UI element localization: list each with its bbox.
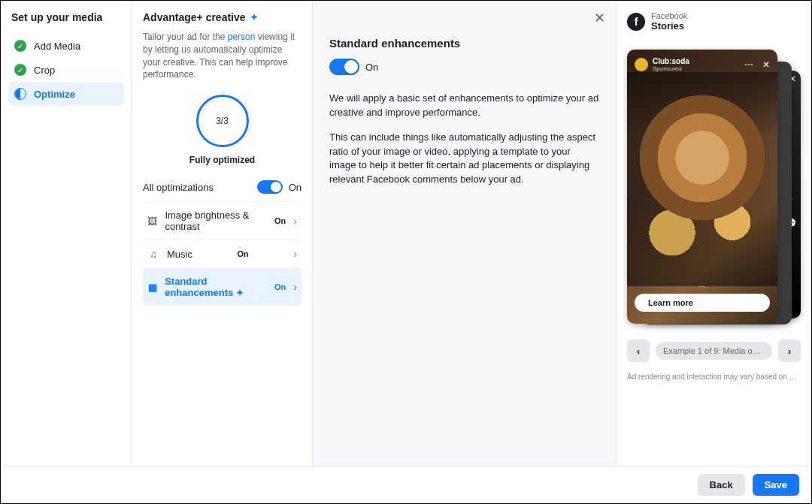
sidebar-item-optimize[interactable]: Optimize <box>8 82 124 106</box>
preview-disclaimer: Ad rendering and interaction may vary ba… <box>627 373 801 381</box>
check-icon: ✓ <box>14 64 26 76</box>
standard-enhancements-toggle[interactable] <box>329 59 359 75</box>
sparkle-icon: ✦ <box>236 288 244 298</box>
image-icon: 🖼 <box>147 216 157 227</box>
opt-item-brightness[interactable]: 🖼 Image brightness & contrast On › <box>143 201 301 240</box>
preview-platform: Facebook <box>651 11 687 20</box>
sidebar-item-label: Add Media <box>34 41 80 52</box>
all-opt-label: All optimizations <box>143 182 214 193</box>
opt-item-status: On <box>238 249 249 258</box>
toggle-on-label: On <box>365 62 378 73</box>
save-button[interactable]: Save <box>753 474 799 496</box>
all-optimizations-row: All optimizations On <box>143 173 301 201</box>
story-avatar <box>635 58 648 71</box>
sidebar-item-add-media[interactable]: ✓ Add Media <box>8 34 124 58</box>
story-cta-button[interactable]: Learn more <box>635 294 770 312</box>
person-link[interactable]: person <box>228 32 256 42</box>
opt-item-status: On <box>274 216 286 225</box>
toggle-on-label: On <box>289 182 301 193</box>
pager-prev-button[interactable]: ‹ <box>627 340 650 362</box>
preview-panel: f Facebook Stories 📷 ✕ ♡ 💬 ✈ <box>616 1 811 466</box>
opt-item-standard[interactable]: ▦ Standard enhancements ✦ On › <box>143 267 301 306</box>
optimization-progress: 3/3 Fully optimized <box>143 95 301 165</box>
half-circle-icon <box>14 88 26 100</box>
story-preview-stack: 📷 ✕ ♡ 💬 ✈ Club:soda Sponsored <box>627 50 801 327</box>
panel-title: Advantage+ creative ✦ <box>143 11 301 23</box>
story-sponsored: Sponsored <box>653 65 689 72</box>
all-optimizations-toggle[interactable] <box>257 180 283 194</box>
music-icon: ♫ <box>147 249 159 260</box>
story-page-name: Club:soda <box>653 57 689 65</box>
preview-header: f Facebook Stories <box>627 11 801 32</box>
sidebar: Set up your media ✓ Add Media ✓ Crop Opt… <box>1 1 132 466</box>
preview-placement: Stories <box>651 20 687 32</box>
sidebar-item-label: Optimize <box>34 89 75 100</box>
preview-pager: ‹ Example 1 of 9: Media optimization › <box>627 340 801 362</box>
sidebar-item-label: Crop <box>34 65 55 76</box>
chevron-right-icon: › <box>293 215 297 227</box>
close-icon: ✕ <box>762 59 770 70</box>
footer: Back Save <box>1 466 811 503</box>
grid-icon: ▦ <box>147 282 157 293</box>
story-media <box>627 72 777 286</box>
chevron-right-icon: › <box>293 281 297 293</box>
facebook-logo-icon: f <box>627 13 645 31</box>
opt-item-label: Music <box>167 249 192 260</box>
check-icon: ✓ <box>14 40 26 52</box>
pager-next-button[interactable]: › <box>778 340 801 362</box>
opt-item-music[interactable]: ♫ Music On › <box>143 240 301 267</box>
close-icon[interactable]: ✕ <box>594 10 605 26</box>
pager-label: Example 1 of 9: Media optimization <box>656 342 772 360</box>
sidebar-title: Set up your media <box>8 11 124 23</box>
detail-panel: ✕ Standard enhancements On We will apply… <box>313 1 616 466</box>
back-button[interactable]: Back <box>698 474 745 496</box>
opt-item-label: Standard enhancements ✦ <box>165 276 267 298</box>
progress-ring: 3/3 <box>196 95 249 147</box>
detail-body: We will apply a basic set of enhancement… <box>329 92 599 187</box>
opt-item-status: On <box>274 282 286 291</box>
optimizations-panel: Advantage+ creative ✦ Tailor your ad for… <box>132 1 313 466</box>
opt-item-label: Image brightness & contrast <box>165 210 267 232</box>
story-card-front: Club:soda Sponsored ⋯ ✕ ︿ Learn more <box>627 50 777 324</box>
detail-title: Standard enhancements <box>329 37 599 50</box>
sparkle-icon: ✦ <box>250 12 258 23</box>
sidebar-item-crop[interactable]: ✓ Crop <box>8 58 124 82</box>
chevron-right-icon: › <box>293 248 297 260</box>
progress-label: Fully optimized <box>189 155 255 165</box>
panel-description: Tailor your ad for the person viewing it… <box>143 31 301 81</box>
more-icon: ⋯ <box>744 59 753 70</box>
